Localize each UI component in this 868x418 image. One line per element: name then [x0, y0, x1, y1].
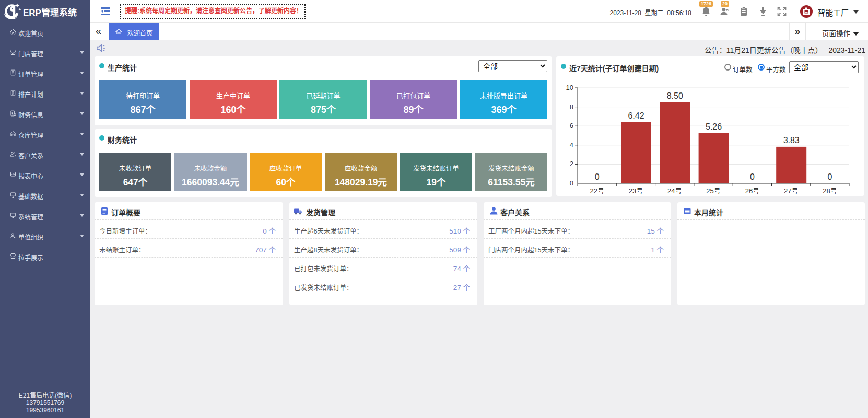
svg-text:5.26: 5.26	[706, 122, 722, 131]
svg-text:8: 8	[570, 103, 573, 111]
svg-text:0: 0	[750, 172, 755, 181]
svg-text:0: 0	[828, 172, 832, 181]
svg-text:6.42: 6.42	[628, 111, 644, 120]
svg-text:28号: 28号	[823, 187, 837, 195]
svg-text:27号: 27号	[784, 187, 798, 195]
svg-text:3.83: 3.83	[783, 136, 800, 145]
svg-text:26号: 26号	[745, 187, 759, 195]
svg-text:8.50: 8.50	[667, 91, 683, 100]
svg-text:0: 0	[595, 172, 600, 181]
svg-text:23号: 23号	[629, 187, 643, 195]
svg-text:4: 4	[570, 141, 573, 149]
svg-text:6: 6	[570, 122, 573, 130]
svg-text:22号: 22号	[590, 187, 604, 195]
svg-text:0: 0	[570, 179, 573, 187]
svg-text:10: 10	[566, 84, 573, 91]
svg-text:24号: 24号	[667, 187, 682, 195]
svg-text:25号: 25号	[706, 187, 720, 195]
svg-text:2: 2	[570, 160, 573, 168]
